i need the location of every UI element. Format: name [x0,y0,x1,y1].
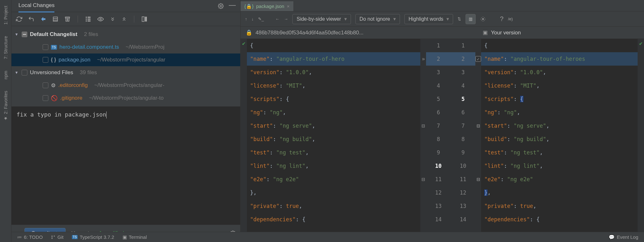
svg-rect-9 [88,17,90,18]
apply-right-icon[interactable]: » [422,56,424,62]
svg-rect-10 [88,18,90,19]
highlight-select[interactable]: Highlight words▾ [404,14,453,24]
fold-marker-icon[interactable]: ⊟ [475,173,481,186]
diff-toolbar: ↑ ↓ ✎_ ← → Side-by-side viewer▾ Do not i… [241,11,644,27]
diff-body: ✔ { "name": "angular-tour-of-hero "versi… [241,39,644,242]
status-bar: ≔ 6: TODO Git TS TypeScript 3.7.2 ▣ Term… [11,232,644,242]
svg-rect-11 [88,20,90,21]
checkbox-icon[interactable] [43,44,48,50]
settings-icon[interactable] [480,16,486,22]
changelist-icon[interactable] [52,16,59,22]
tree-file-package-json[interactable]: { } package.json ~/WebstormProjects/angu… [11,53,240,66]
revert-strip: ✓ ⊟ ⊟ [475,39,481,242]
help-suffix-label: /e) [508,17,513,21]
fold-marker-icon[interactable]: ⊟ [420,119,426,132]
diff-header-right: ▣ Your version [478,27,644,39]
tree-node-unversioned[interactable]: ▼ Unversioned Files 39 files [11,66,240,79]
lock-icon: 🔒 [246,29,252,36]
tree-file-editorconfig[interactable]: ⚙ .editorconfig ~/WebstormProjects/angul… [11,79,240,92]
diff-header-left: 🔒 486b788b9ed0f534a4d6f4aa50dfec148b80..… [241,27,478,39]
rail-favorites[interactable]: ★ 2: Favorites [3,88,8,124]
diff-icon[interactable] [40,16,46,22]
svg-point-21 [52,238,52,238]
vcs-panel: Local Changes — ▼ Default Changelist 2 f… [11,0,241,242]
json-lock-icon: {🔒} [244,4,254,9]
ok-status-icon: ✔ [242,40,245,46]
left-inspection-strip: ✔ [241,39,247,242]
checkbox-icon[interactable] [43,57,48,63]
tree-file-hero-detail[interactable]: TS hero-detail.component.ts ~/WebstormPr… [11,41,240,53]
collapse-icon[interactable] [121,16,127,22]
collapse-unchanged-icon[interactable]: ⇅ [458,17,461,21]
status-typescript[interactable]: TS TypeScript 3.7.2 [72,234,114,240]
refresh-icon[interactable] [16,16,22,22]
diff-left-code[interactable]: { "name": "angular-tour-of-hero "version… [247,39,420,242]
svg-point-19 [482,18,484,20]
view-icon[interactable] [97,16,104,22]
tree-node-default-changelist[interactable]: ▼ Default Changelist 2 files [11,28,240,41]
svg-point-22 [54,236,55,236]
svg-point-0 [220,5,222,7]
readonly-status-icon: ▣ [483,29,488,36]
svg-rect-8 [86,20,87,21]
rail-structure[interactable]: 7: Structure [3,33,8,61]
editor-pane: {🔒} package.json × ↑ ↓ ✎_ ← → Side-by-si… [241,0,644,242]
forward-icon[interactable]: → [284,17,288,21]
ignore-file-icon: 🚫 [51,95,58,102]
checkbox-icon[interactable] [22,70,27,75]
svg-rect-2 [53,17,57,21]
svg-rect-13 [142,17,144,21]
rail-npm[interactable]: npm [3,68,8,82]
svg-point-12 [100,18,102,20]
tab-package-json[interactable]: {🔒} package.json × [241,1,293,11]
svg-marker-1 [41,17,45,21]
edit-source-icon[interactable]: ✎_ [258,17,264,21]
help-icon[interactable]: ? [500,15,503,23]
minimize-icon[interactable]: — [229,3,236,9]
diff-right-code[interactable]: { "name": "angular-tour-of-heroes "versi… [481,39,638,242]
vcs-header: Local Changes — [11,0,240,12]
diff-center-gutter: 1 2 3 4 5 6 7 8 9 10 11 12 13 14 1 2 3 4… [426,39,475,242]
revert-change-icon[interactable]: ✓ [475,56,481,62]
group-icon[interactable] [85,16,91,22]
commit-message-input[interactable]: fix a typo in package.json [11,106,240,225]
checkbox-icon[interactable] [43,82,48,88]
checkbox-partial-icon[interactable] [22,32,27,37]
fold-marker-icon[interactable]: ⊟ [420,173,426,186]
status-event-log[interactable]: 💬 Event Log [609,234,638,240]
svg-point-20 [52,236,52,236]
checkbox-icon[interactable] [43,95,48,101]
right-inspection-strip: ✔ [638,39,644,242]
status-todo[interactable]: ≔ 6: TODO [17,234,43,240]
viewer-mode-select[interactable]: Side-by-side viewer▾ [292,14,351,24]
rail-project[interactable]: 1: Project [3,3,8,27]
settings-icon[interactable] [218,3,224,9]
status-terminal[interactable]: ▣ Terminal [122,234,147,240]
diff-header: 🔒 486b788b9ed0f534a4d6f4aa50dfec148b80..… [241,27,644,39]
ts-file-icon: TS [51,45,57,50]
shelf-icon[interactable] [64,16,71,22]
rollback-icon[interactable] [28,16,34,22]
back-icon[interactable]: ← [275,17,279,21]
tree-file-gitignore[interactable]: 🚫 .gitignore ~/WebstormProjects/angular-… [11,92,240,104]
ok-status-icon: ✔ [639,40,642,46]
sync-scroll-icon[interactable]: ▥ [466,14,476,24]
next-diff-icon[interactable]: ↓ [252,17,254,21]
status-git[interactable]: Git [51,234,63,240]
svg-rect-7 [86,18,87,19]
whitespace-select[interactable]: Do not ignore▾ [355,14,400,24]
gear-file-icon: ⚙ [51,82,56,89]
svg-rect-6 [86,17,87,18]
left-fold-strip: » ⊟ ⊟ [420,39,426,242]
editor-tabs: {🔒} package.json × [241,0,644,11]
prev-diff-icon[interactable]: ↑ [245,17,247,21]
vcs-tree: ▼ Default Changelist 2 files TS hero-det… [11,26,240,106]
vcs-tab-local-changes[interactable]: Local Changes [18,0,54,12]
expand-icon[interactable] [110,16,116,22]
left-tool-rail: 1: Project 7: Structure npm ★ 2: Favorit… [0,0,11,242]
preview-toggle-icon[interactable] [141,16,148,22]
vcs-toolbar [11,12,240,26]
svg-rect-14 [145,17,147,21]
close-tab-icon[interactable]: × [287,4,290,9]
fold-marker-icon[interactable]: ⊟ [475,119,481,132]
